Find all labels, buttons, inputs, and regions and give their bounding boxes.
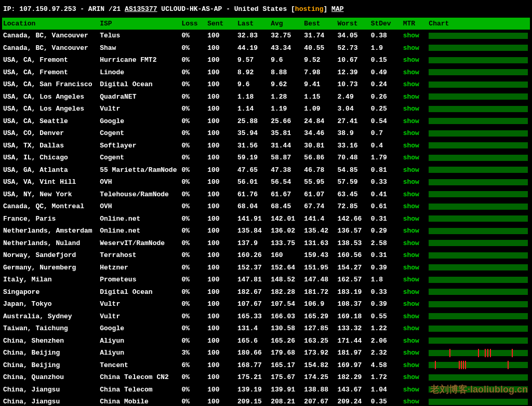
mtr-show-link[interactable]: show	[403, 32, 419, 39]
cell-isp: Telus	[99, 30, 180, 42]
mtr-show-link[interactable]: show	[403, 300, 419, 308]
mtr-show-link[interactable]: show	[403, 337, 419, 345]
cell-loc: Singapore	[2, 286, 99, 299]
cell-loss: 3%	[180, 347, 206, 359]
cell-sent: 100	[206, 42, 236, 55]
chart-cell	[428, 103, 530, 115]
chart-spike	[459, 361, 460, 369]
mtr-show-link[interactable]: show	[403, 361, 419, 369]
mtr-show-link[interactable]: show	[403, 44, 419, 52]
cell-best: 131.63	[303, 237, 336, 250]
cell-loss: 0%	[180, 213, 206, 225]
cell-loss: 0%	[180, 249, 206, 262]
mtr-show-link[interactable]: show	[403, 93, 419, 101]
mtr-show-link[interactable]: show	[403, 69, 419, 76]
cell-best: 9.41	[303, 78, 336, 91]
cell-isp: Terrahost	[99, 249, 180, 262]
mtr-show-link[interactable]: show	[403, 251, 419, 259]
mtr-show-link[interactable]: show	[403, 373, 419, 381]
mtr-show-link[interactable]: show	[403, 105, 419, 113]
chart-spike	[461, 361, 462, 369]
cell-loc: USA, CA, Los Angeles	[2, 91, 99, 103]
chart-cell	[428, 176, 530, 188]
cell-stdev: 2.58	[370, 237, 402, 250]
table-row: USA, IL, ChicagoCogent0%10059.1958.8756.…	[2, 152, 530, 164]
cell-worst: 10.67	[336, 54, 369, 66]
chart-cell	[428, 188, 530, 201]
mtr-show-link[interactable]: show	[403, 129, 419, 137]
table-row: Canada, BC, VancouverShaw0%10044.1943.34…	[2, 42, 530, 55]
cell-isp: WeservIT/RamNode	[99, 237, 180, 250]
cell-avg: 165.17	[270, 359, 303, 372]
cell-last: 31.56	[236, 140, 270, 152]
mtr-show-link[interactable]: show	[403, 178, 419, 186]
cell-last: 59.19	[236, 152, 270, 164]
mtr-show-link[interactable]: show	[403, 313, 419, 320]
chart-cell	[428, 127, 530, 140]
cell-best: 40.55	[303, 42, 336, 55]
cell-best: 181.72	[303, 286, 336, 299]
mtr-show-link[interactable]: show	[403, 191, 419, 198]
cell-avg: 68.45	[270, 200, 303, 213]
table-row: SingaporeDigital Ocean0%100182.67182.281…	[2, 286, 530, 299]
mtr-show-link[interactable]: show	[403, 264, 419, 272]
cell-loss: 0%	[180, 176, 206, 188]
cell-isp: Vultr	[99, 310, 180, 323]
table-row: USA, CA, FremontHurricane FMT20%1009.579…	[2, 54, 530, 66]
map-link[interactable]: MAP	[331, 5, 343, 13]
chart-bar	[429, 142, 528, 148]
cell-worst: 34.05	[336, 30, 369, 42]
cell-loss: 6%	[180, 359, 206, 372]
cell-last: 147.81	[236, 274, 270, 286]
cell-loss: 0%	[180, 286, 206, 299]
mtr-show-link[interactable]: show	[403, 398, 419, 405]
mtr-show-link[interactable]: show	[403, 142, 419, 150]
mtr-show-link[interactable]: show	[403, 386, 419, 394]
mtr-show-link[interactable]: show	[403, 80, 419, 88]
cell-best: 165.29	[303, 310, 336, 323]
cell-sent: 100	[206, 225, 236, 237]
cell-stdev: 0.29	[370, 225, 402, 237]
cell-avg: 47.38	[270, 164, 303, 177]
cell-stdev: 0.33	[370, 286, 402, 299]
cell-isp: Prometeus	[99, 274, 180, 286]
cell-worst: 136.57	[336, 225, 369, 237]
cell-avg: 133.75	[270, 237, 303, 250]
mtr-show-link[interactable]: show	[403, 56, 419, 64]
cell-last: 160.26	[236, 249, 270, 262]
cell-stdev: 0.38	[370, 30, 402, 42]
mtr-show-link[interactable]: show	[403, 349, 419, 357]
mtr-show-link[interactable]: show	[403, 324, 419, 332]
cell-worst: 57.59	[336, 176, 369, 188]
cell-stdev: 4.58	[370, 359, 402, 372]
cell-loss: 0%	[180, 164, 206, 177]
mtr-show-link[interactable]: show	[403, 215, 419, 223]
mtr-show-link[interactable]: show	[403, 239, 419, 247]
cell-last: 175.21	[236, 371, 270, 384]
cell-isp: Linode	[99, 66, 180, 79]
table-row: Australia, SydneyVultr0%100165.33166.031…	[2, 310, 530, 323]
cell-isp: Shaw	[99, 42, 180, 55]
chart-bar	[429, 179, 528, 185]
col-stdev: StDev	[370, 18, 402, 30]
cell-sent: 100	[206, 152, 236, 164]
cell-stdev: 0.55	[370, 310, 402, 323]
mtr-show-link[interactable]: show	[403, 202, 419, 210]
mtr-show-link[interactable]: show	[403, 117, 419, 125]
chart-cell	[428, 262, 530, 274]
mtr-show-link[interactable]: show	[403, 166, 419, 174]
mtr-show-link[interactable]: show	[403, 288, 419, 296]
ping-table: Location ISP Loss Sent Last Avg Best Wor…	[2, 18, 530, 407]
cell-isp: Cogent	[99, 152, 180, 164]
asn-link[interactable]: AS135377	[125, 5, 157, 13]
mtr-show-link[interactable]: show	[403, 276, 419, 283]
chart-cell	[428, 115, 530, 128]
chart-spike	[485, 349, 486, 357]
table-row: China, JiangsuChina Telecom0%100139.1913…	[2, 384, 530, 396]
cell-isp: Softlayer	[99, 140, 180, 152]
cell-best: 147.48	[303, 274, 336, 286]
ip-value: 107.150.97.253	[19, 5, 76, 13]
mtr-show-link[interactable]: show	[403, 154, 419, 161]
cell-loss: 0%	[180, 200, 206, 213]
mtr-show-link[interactable]: show	[403, 227, 419, 235]
